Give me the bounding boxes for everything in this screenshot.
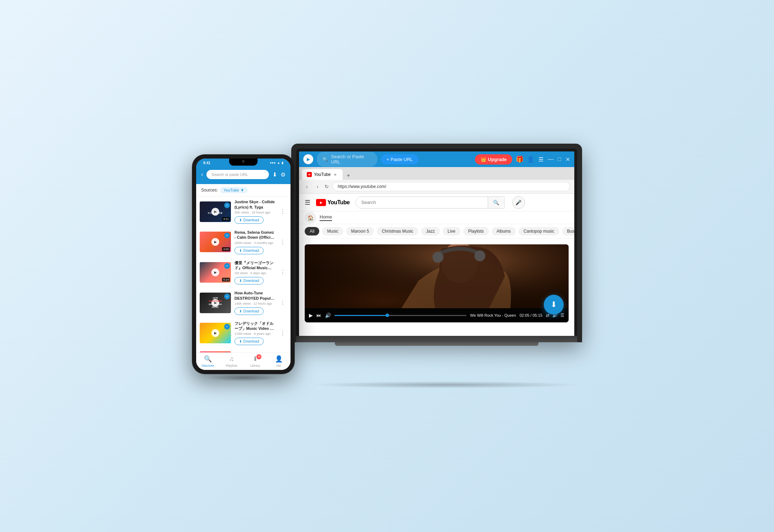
download-icon: ⬇ — [239, 309, 242, 313]
video-info-3: 優里『メリーゴーランド』Official Music Video 1M view… — [234, 260, 275, 285]
download-button-2[interactable]: ⬇ Download — [234, 247, 264, 254]
video-list: + ▶ 4:21 COLLIDE Justine Skye - Collide … — [196, 196, 291, 352]
home-nav-label[interactable]: Home — [320, 214, 332, 221]
tab-close-button[interactable]: ✕ — [333, 172, 338, 177]
download-fab-button[interactable]: ⬇ — [544, 295, 564, 315]
add-icon[interactable]: + — [224, 324, 230, 329]
home-button[interactable]: 🏠 — [305, 212, 316, 223]
nav-item-playlists[interactable]: ♫ Playlists — [220, 353, 244, 370]
youtube-menu-icon[interactable]: ☰ — [305, 199, 310, 206]
close-button[interactable]: ✕ — [565, 156, 570, 163]
youtube-search-input[interactable] — [356, 197, 488, 208]
nav-item-library[interactable]: ⬇ 15 Library — [243, 353, 267, 370]
playlists-icon: ♫ — [229, 355, 234, 363]
video-meta-4: 145K views · 12 hours ago — [234, 302, 275, 305]
chip-music[interactable]: Music — [322, 227, 343, 235]
source-filter-button[interactable]: YouTube ▼ — [220, 187, 248, 193]
chip-jazz[interactable]: Jazz — [421, 227, 440, 235]
video-thumbnail-5: + ▶ — [200, 323, 231, 343]
download-queue-icon[interactable]: ⬇ — [272, 171, 277, 178]
play-icon[interactable]: ▶ — [211, 238, 219, 246]
video-visual — [305, 244, 569, 308]
chip-maroon5[interactable]: Maroon 5 — [346, 227, 374, 235]
user-icon[interactable]: 👤 — [527, 156, 534, 163]
nav-item-me[interactable]: 👤 Me — [267, 353, 291, 370]
youtube-mic-button[interactable]: 🎤 — [512, 196, 525, 209]
more-options-button-1[interactable]: ⋮ — [278, 207, 287, 216]
youtube-filter-chips: All Music Maroon 5 Christmas Music Jazz … — [299, 224, 574, 239]
play-icon[interactable]: ▶ — [211, 268, 219, 276]
chip-albums[interactable]: Albums — [492, 227, 516, 235]
upgrade-button[interactable]: 👑 Upgrade — [475, 154, 513, 165]
scene: ▶ 🔍 Search or Paste URL + Paste URL 👑 Up… — [192, 133, 582, 399]
titlebar-search-box[interactable]: 🔍 Search or Paste URL — [317, 152, 377, 167]
download-button-1[interactable]: ⬇ Download — [234, 216, 264, 224]
video-player[interactable]: ▶ ⏭ 🔊 We Will Rock You - Queen — [305, 244, 569, 322]
play-icon[interactable]: ▶ — [211, 329, 219, 337]
dropdown-arrow-icon: ▼ — [241, 188, 244, 192]
video-info-2: Rema, Selena Gomez - Calm Down (Official… — [234, 230, 275, 254]
phone-search-placeholder: Search or paste URL — [211, 172, 248, 177]
progress-bar[interactable] — [335, 315, 466, 316]
chip-cantopop[interactable]: Cantopop music — [519, 227, 559, 235]
back-button[interactable]: ‹ — [201, 171, 203, 178]
add-icon[interactable]: + — [224, 263, 230, 269]
youtube-logo[interactable]: ▶ YouTube — [316, 199, 350, 206]
more-options-button-4[interactable]: ⋮ — [278, 298, 287, 307]
video-title-2: Rema, Selena Gomez - Calm Down (Official… — [234, 230, 275, 240]
video-title-1: Justine Skye - Collide (Lyrics) ft. Tyga — [234, 199, 275, 210]
volume-button[interactable]: 🔊 — [325, 312, 331, 318]
chip-playlists[interactable]: Playlists — [463, 227, 489, 235]
new-tab-button[interactable]: + — [344, 171, 353, 180]
add-icon[interactable]: + — [224, 352, 230, 353]
more-options-button-2[interactable]: ⋮ — [278, 237, 287, 247]
chip-bushcraft[interactable]: Bushcraft — [562, 227, 574, 235]
queue-icon[interactable]: ☰ — [560, 313, 564, 318]
paste-url-button[interactable]: + Paste URL — [381, 154, 419, 165]
thumb-text-overlay: COLLIDE — [200, 201, 231, 222]
next-button[interactable]: ⏭ — [316, 312, 321, 318]
phone-time: 9:41 — [203, 161, 210, 165]
video-meta-3: 1M views · 6 days ago — [234, 271, 275, 275]
play-button[interactable]: ▶ — [309, 312, 313, 318]
video-title-5: フレデリック「オドループ」Music Video | Frederic "odd… — [234, 321, 275, 331]
youtube-main-content: ▶ ⏭ 🔊 We Will Rock You - Queen — [299, 239, 574, 332]
gift-icon[interactable]: 🎁 — [516, 155, 524, 163]
back-button[interactable]: ‹ — [303, 184, 310, 189]
phone-search-box[interactable]: Search or paste URL — [206, 170, 269, 179]
maximize-button[interactable]: □ — [558, 156, 561, 162]
video-title-4: How Auto-Tune DESTROYED Popular Music — [234, 290, 275, 301]
menu-icon[interactable]: ☰ — [538, 156, 543, 163]
youtube-search-bar[interactable]: 🔍 — [355, 196, 504, 209]
phone-screen: 9:41 ●●● ▲ ▮ ‹ Search or paste URL ⬇ ⚙ — [196, 159, 291, 370]
youtube-header: ☰ ▶ YouTube 🔍 🎤 — [299, 194, 574, 211]
add-icon[interactable]: + — [224, 233, 230, 238]
download-button-3[interactable]: ⬇ Download — [234, 277, 264, 284]
nav-item-discover[interactable]: 🔍 Discover — [196, 353, 220, 370]
chip-all[interactable]: All — [305, 227, 319, 235]
shuffle-icon[interactable]: ⇄ — [546, 313, 549, 318]
settings-icon[interactable]: ⚙ — [281, 171, 286, 178]
filter-label: Sources: — [201, 188, 218, 193]
more-options-button-5[interactable]: ⋮ — [278, 328, 287, 338]
address-bar[interactable]: https://www.youtube.com/ — [332, 182, 570, 191]
laptop-outer: ▶ 🔍 Search or Paste URL + Paste URL 👑 Up… — [291, 144, 582, 342]
forward-button[interactable]: › — [314, 184, 321, 189]
minimize-button[interactable]: — — [548, 156, 553, 162]
refresh-button[interactable]: ↻ — [325, 184, 329, 189]
download-button-4[interactable]: ⬇ Download — [234, 307, 264, 315]
phone-filter-row[interactable]: Sources: YouTube ▼ — [196, 184, 291, 196]
duration-badge: 4:00 — [222, 247, 230, 251]
playlists-label: Playlists — [226, 364, 237, 367]
youtube-tab[interactable]: YouTube ✕ — [302, 169, 343, 180]
library-badge: 15 — [256, 354, 261, 359]
chip-live[interactable]: Live — [443, 227, 460, 235]
download-button-5[interactable]: ⬇ Download — [234, 338, 264, 345]
video-item: + ▶ 4:00 Rema, Selena Gomez - Calm Down … — [196, 227, 291, 257]
source-label: YouTube — [223, 188, 239, 192]
chip-christmas[interactable]: Christmas Music — [377, 227, 418, 235]
more-options-button-3[interactable]: ⋮ — [278, 267, 287, 277]
video-item: + ▶ 5:14 優里『メリーゴーランド』Official Music Vide… — [196, 257, 291, 288]
browser-addressbar: ‹ › ↻ https://www.youtube.com/ — [299, 180, 574, 194]
youtube-search-button[interactable]: 🔍 — [488, 197, 504, 208]
